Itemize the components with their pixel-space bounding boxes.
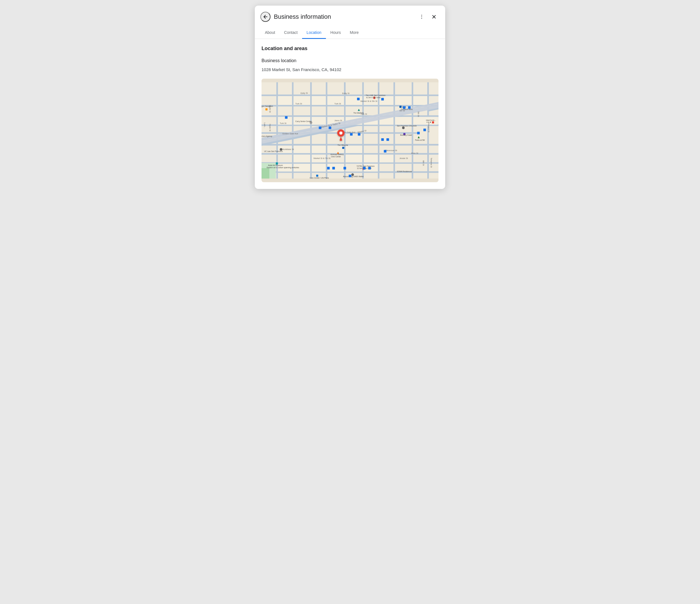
svg-text:Jessie St: Jessie St (400, 157, 408, 160)
svg-text:Eastern art & culture spanning: Eastern art & culture spanning centuries (267, 166, 299, 168)
header-actions (416, 11, 440, 22)
svg-text:Eddy St: Eddy St (300, 91, 308, 94)
svg-rect-33 (413, 96, 427, 105)
svg-rect-50 (395, 117, 411, 125)
more-options-button[interactable] (416, 11, 427, 22)
svg-rect-150 (386, 138, 389, 140)
svg-rect-74 (261, 168, 269, 178)
tab-about[interactable]: About (260, 27, 280, 39)
svg-rect-158 (408, 106, 410, 109)
svg-rect-69 (311, 163, 326, 171)
svg-rect-156 (349, 175, 351, 177)
svg-text:YOTEL San Francisco: YOTEL San Francisco (356, 165, 375, 167)
svg-rect-31 (379, 96, 393, 105)
svg-text:Parks at 5M: Parks at 5M (415, 139, 425, 141)
svg-rect-143 (381, 98, 384, 100)
svg-point-163 (340, 131, 343, 134)
svg-text:Market St & 5th St: Market St & 5th St (360, 100, 377, 102)
svg-rect-60 (294, 155, 310, 162)
svg-text:The Hibernia: The Hibernia (338, 144, 348, 146)
svg-rect-63 (346, 155, 362, 162)
svg-text:Golden Gate Ave: Golden Gate Ave (282, 132, 298, 135)
svg-rect-37 (327, 106, 344, 115)
svg-rect-65 (379, 155, 393, 162)
back-button[interactable] (260, 12, 271, 22)
svg-text:Turk St: Turk St (334, 102, 341, 105)
section-title: Location and areas (261, 46, 439, 52)
svg-rect-160 (423, 129, 426, 131)
svg-rect-153 (344, 167, 346, 169)
svg-rect-27 (311, 96, 326, 105)
map-container[interactable]: Eddy St Eddy St Hyde St Hyde St Turk St … (261, 79, 439, 182)
svg-text:Minn St: Minn St (411, 152, 418, 154)
svg-text:6th St: 6th St (422, 160, 425, 165)
svg-text:cisco Agency: cisco Agency (261, 135, 272, 137)
tab-more[interactable]: More (345, 27, 363, 39)
svg-rect-118 (432, 121, 434, 123)
svg-rect-59 (278, 155, 292, 162)
svg-rect-142 (357, 97, 359, 100)
svg-text:Lark...: Lark... (264, 123, 266, 129)
svg-text:SOMA Residences: SOMA Residences (397, 170, 412, 172)
svg-text:Alonzo King LINES Ballet: Alonzo King LINES Ballet (343, 176, 364, 178)
svg-rect-64 (364, 155, 378, 162)
tab-contact[interactable]: Contact (280, 27, 302, 39)
svg-rect-154 (363, 167, 366, 169)
page-title: Business information (274, 13, 416, 21)
svg-rect-29 (346, 96, 362, 105)
svg-rect-38 (346, 106, 362, 115)
svg-rect-36 (311, 106, 326, 115)
main-content: Location and areas Business location 102… (255, 39, 445, 189)
svg-rect-57 (364, 146, 378, 153)
svg-text:gon Sandwich: gon Sandwich (261, 105, 273, 107)
svg-text:Asian Art Museum: Asian Art Museum (268, 164, 283, 166)
svg-rect-107 (400, 106, 401, 107)
svg-rect-34 (278, 106, 292, 115)
subsection-title: Business location (261, 58, 439, 63)
svg-point-1 (421, 17, 422, 17)
svg-text:Barbary Coast: Barbary Coast (400, 134, 412, 136)
svg-rect-55 (327, 146, 344, 153)
svg-text:Civic Center / UN Plaza: Civic Center / UN Plaza (310, 177, 329, 179)
svg-point-2 (421, 18, 422, 19)
svg-text:Market St & 7th St: Market St & 7th St (314, 157, 330, 160)
svg-rect-56 (346, 146, 362, 153)
svg-text:Eddy St: Eddy St (342, 92, 349, 94)
svg-text:Hyde St: Hyde St (269, 124, 271, 131)
svg-rect-152 (332, 167, 335, 169)
svg-rect-151 (327, 167, 329, 169)
svg-text:4.0 ★ 4-star hotel: 4.0 ★ 4-star hotel (366, 96, 381, 98)
svg-rect-139 (266, 108, 268, 110)
tab-hours[interactable]: Hours (326, 27, 345, 39)
svg-text:Furniture store: Furniture store (401, 108, 413, 110)
business-address: 1028 Market St, San Francisco, CA, 94102 (261, 67, 439, 73)
svg-rect-32 (395, 96, 411, 105)
svg-rect-147 (350, 133, 352, 135)
svg-rect-155 (368, 167, 371, 169)
svg-text:San Francisco Chronicle: San Francisco Chronicle (397, 125, 417, 127)
tab-location[interactable]: Location (302, 27, 326, 39)
svg-rect-144 (319, 127, 321, 129)
svg-text:InterConte...: InterConte... (426, 119, 436, 121)
business-info-card: Business information About Contact Locat… (255, 6, 445, 189)
tabs-bar: About Contact Location Hours More (255, 27, 445, 39)
svg-text:Tehama St: Tehama St (430, 158, 432, 167)
map-svg: Eddy St Eddy St Hyde St Hyde St Turk St … (261, 79, 439, 182)
svg-text:4.4 ★: 4.4 ★ (426, 121, 431, 123)
svg-text:Civic Center: Civic Center (331, 155, 341, 157)
svg-rect-137 (316, 175, 318, 177)
svg-rect-45 (311, 117, 326, 125)
svg-text:5th St: 5th St (417, 111, 420, 117)
svg-text:Turk St: Turk St (295, 102, 302, 105)
close-button[interactable] (428, 11, 440, 22)
svg-text:The Warfield: The Warfield (353, 112, 364, 114)
svg-rect-161 (384, 150, 386, 152)
svg-rect-35 (294, 106, 310, 115)
svg-text:Curry Senior Center: Curry Senior Center (295, 120, 312, 123)
svg-rect-157 (403, 106, 405, 109)
svg-point-0 (421, 15, 422, 16)
svg-rect-54 (311, 146, 326, 153)
svg-text:Steverson St: Steverson St (385, 149, 397, 152)
svg-text:Howard St: Howard St (428, 123, 430, 132)
svg-text:UC Law San Francisco: UC Law San Francisco (264, 150, 283, 152)
